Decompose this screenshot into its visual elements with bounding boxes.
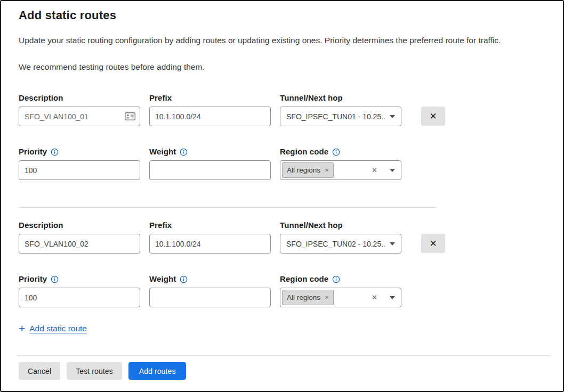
- description-label: Description: [19, 220, 140, 230]
- route-1-main-row: Description: [19, 93, 547, 126]
- route-2-tunnel-field: Tunnel/Next hop SFO_IPSEC_TUN02 - 10.25.…: [280, 220, 401, 254]
- plus-icon: +: [19, 324, 25, 333]
- region-code-label: Region code: [280, 146, 401, 157]
- tunnel-select[interactable]: SFO_IPSEC_TUN01 - 10.25...: [280, 107, 401, 126]
- page-title: Add static routes: [19, 9, 547, 22]
- dialog-content: Add static routes Update your static rou…: [1, 1, 563, 334]
- add-static-route-label: Add static route: [29, 324, 87, 333]
- close-icon: ✕: [429, 111, 437, 122]
- clear-selection-icon[interactable]: ✕: [372, 293, 377, 301]
- prefix-label: Prefix: [149, 93, 271, 103]
- route-divider: [19, 207, 437, 208]
- dialog-recommendation: We recommend testing routes before addin…: [19, 61, 547, 72]
- priority-label: Priority: [19, 146, 140, 157]
- route-2-secondary-row: Priority Weight: [19, 274, 547, 307]
- priority-input[interactable]: [19, 160, 140, 180]
- region-multiselect[interactable]: All regions ✕ ✕: [280, 288, 401, 307]
- remove-route-button[interactable]: ✕: [421, 234, 445, 253]
- prefix-label: Prefix: [149, 220, 271, 230]
- route-1-priority-field: Priority: [19, 146, 140, 180]
- route-entry-2: Description Prefix Tunnel/Next hop SFO_I…: [19, 220, 547, 307]
- weight-input[interactable]: [149, 160, 271, 180]
- route-2-description-field: Description: [19, 220, 140, 254]
- info-icon[interactable]: [180, 148, 188, 156]
- region-tag-label: All regions: [287, 166, 320, 174]
- tunnel-label: Tunnel/Next hop: [280, 220, 401, 230]
- route-2-main-row: Description Prefix Tunnel/Next hop SFO_I…: [19, 220, 547, 254]
- route-2-priority-field: Priority: [19, 274, 140, 307]
- description-input[interactable]: [19, 234, 140, 254]
- chevron-down-icon: [390, 296, 395, 299]
- prefix-input[interactable]: [149, 107, 271, 126]
- tunnel-select[interactable]: SFO_IPSEC_TUN02 - 10.25...: [280, 234, 401, 254]
- region-code-label: Region code: [280, 274, 401, 284]
- dialog-description: Update your static routing configuration…: [19, 35, 547, 46]
- description-label: Description: [19, 93, 140, 103]
- region-tag: All regions ✕: [282, 162, 334, 178]
- description-input-wrap: [19, 107, 140, 126]
- route-2-prefix-field: Prefix: [149, 220, 271, 254]
- region-multiselect[interactable]: All regions ✕ ✕: [280, 160, 401, 180]
- priority-label: Priority: [19, 274, 140, 284]
- remove-tag-icon[interactable]: ✕: [325, 167, 329, 173]
- tunnel-selected-value: SFO_IPSEC_TUN02 - 10.25...: [286, 240, 385, 248]
- close-icon: ✕: [429, 238, 437, 249]
- clear-selection-icon[interactable]: ✕: [372, 166, 377, 174]
- region-tag-label: All regions: [287, 293, 320, 301]
- route-1-description-field: Description: [19, 93, 140, 126]
- weight-label: Weight: [149, 146, 271, 157]
- test-routes-button[interactable]: Test routes: [67, 362, 122, 380]
- add-static-route-link[interactable]: + Add static route: [19, 324, 87, 333]
- weight-label: Weight: [149, 274, 271, 284]
- prefix-input[interactable]: [149, 234, 271, 254]
- cancel-button[interactable]: Cancel: [19, 362, 60, 380]
- chevron-down-icon: [390, 242, 395, 246]
- info-icon[interactable]: [180, 275, 188, 283]
- route-2-weight-field: Weight: [149, 274, 271, 307]
- add-routes-button[interactable]: Add routes: [128, 362, 187, 380]
- priority-input[interactable]: [19, 288, 140, 307]
- route-1-region-field: Region code All regions ✕: [280, 146, 401, 180]
- add-static-routes-dialog: Add static routes Update your static rou…: [0, 0, 564, 392]
- info-icon[interactable]: [332, 275, 340, 283]
- info-icon[interactable]: [51, 148, 59, 156]
- region-tag: All regions ✕: [282, 290, 334, 305]
- description-input[interactable]: [19, 107, 140, 126]
- info-icon[interactable]: [332, 148, 340, 156]
- route-1-tunnel-field: Tunnel/Next hop SFO_IPSEC_TUN01 - 10.25.…: [280, 93, 401, 126]
- dialog-footer: Cancel Test routes Add routes: [1, 356, 563, 380]
- route-2-region-field: Region code All regions ✕: [280, 274, 401, 307]
- info-icon[interactable]: [51, 275, 59, 283]
- remove-route-button[interactable]: ✕: [421, 107, 445, 126]
- tunnel-label: Tunnel/Next hop: [280, 93, 401, 103]
- tunnel-selected-value: SFO_IPSEC_TUN01 - 10.25...: [286, 112, 385, 121]
- route-1-prefix-field: Prefix: [149, 93, 271, 126]
- route-entry-1: Description: [19, 93, 547, 180]
- chevron-down-icon: [390, 115, 395, 118]
- route-1-weight-field: Weight: [149, 146, 271, 180]
- remove-tag-icon[interactable]: ✕: [325, 295, 329, 300]
- route-1-secondary-row: Priority Weight: [19, 146, 547, 180]
- chevron-down-icon: [390, 169, 395, 172]
- weight-input[interactable]: [149, 288, 271, 307]
